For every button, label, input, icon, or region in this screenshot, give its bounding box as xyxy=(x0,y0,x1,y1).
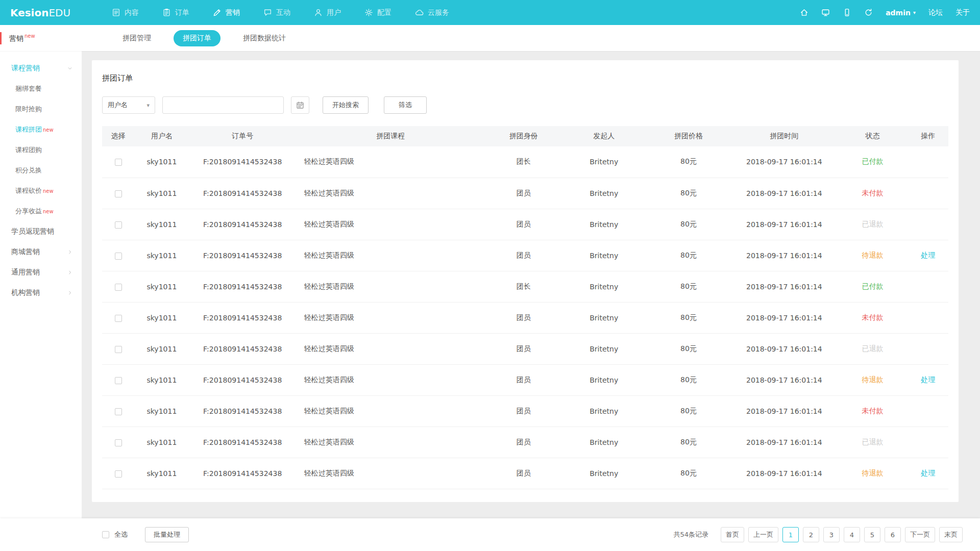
topnav-item[interactable]: 云服务 xyxy=(403,0,461,25)
admin-label: admin xyxy=(886,9,911,17)
row-checkbox[interactable] xyxy=(115,377,122,384)
sidebar-item[interactable]: 限时抢购 xyxy=(0,99,82,119)
row-checkbox[interactable] xyxy=(115,408,122,415)
caret-down-icon: ▾ xyxy=(146,102,150,109)
sidebar-item[interactable]: 课程团购 xyxy=(0,140,82,160)
row-action-link[interactable]: 处理 xyxy=(921,251,935,259)
page-button[interactable]: 3 xyxy=(823,527,840,542)
sidebar-item[interactable]: 课程拼团new xyxy=(0,119,82,140)
row-checkbox[interactable] xyxy=(115,253,122,260)
subheader-tab[interactable]: 拼团管理 xyxy=(113,30,160,46)
cell-order-no: F:2018091414532438 xyxy=(189,240,296,271)
batch-process-button[interactable]: 批量处理 xyxy=(145,527,189,542)
cell-role: 团长 xyxy=(485,146,561,178)
refresh-icon[interactable] xyxy=(864,8,873,17)
column-header: 状态 xyxy=(838,126,908,146)
page-button[interactable]: 上一页 xyxy=(748,527,778,542)
page-button[interactable]: 末页 xyxy=(939,527,963,542)
page-button[interactable]: 6 xyxy=(885,527,901,542)
admin-menu[interactable]: admin ▾ xyxy=(886,9,916,17)
topnav-item[interactable]: 互动 xyxy=(252,0,302,25)
cell-course: 轻松过英语四级 xyxy=(296,395,485,427)
cell-time: 2018-09-17 16:01:14 xyxy=(731,364,838,395)
row-checkbox[interactable] xyxy=(115,346,122,353)
row-checkbox[interactable] xyxy=(115,159,122,166)
row-checkbox[interactable] xyxy=(115,439,122,446)
sidebar-item[interactable]: 捆绑套餐 xyxy=(0,79,82,99)
topnav-item[interactable]: 订单 xyxy=(151,0,201,25)
page-button[interactable]: 首页 xyxy=(721,527,744,542)
page-button[interactable]: 4 xyxy=(844,527,860,542)
about-link[interactable]: 关于 xyxy=(955,8,970,17)
topnav-item[interactable]: 内容 xyxy=(100,0,151,25)
cell-order-no: F:2018091414532438 xyxy=(189,146,296,178)
subheader-tabs: 拼团管理拼团订单拼团数据统计 xyxy=(113,30,295,46)
mobile-icon[interactable] xyxy=(843,8,851,17)
subheader-tab[interactable]: 拼团数据统计 xyxy=(234,30,295,46)
status-badge: 已付款 xyxy=(862,157,884,165)
topnav-item[interactable]: 营销 xyxy=(201,0,252,25)
cell-time: 2018-09-17 16:01:14 xyxy=(731,240,838,271)
new-badge: new xyxy=(43,188,54,194)
cell-price: 80元 xyxy=(646,427,731,458)
sidebar-group-header[interactable]: 商城营销 xyxy=(0,242,82,262)
topnav-item[interactable]: 配置 xyxy=(353,0,403,25)
sidebar-item[interactable]: 积分兑换 xyxy=(0,160,82,181)
field-select[interactable]: 用户名 ▾ xyxy=(102,96,155,114)
topnav-item[interactable]: 用户 xyxy=(302,0,353,25)
select-all-checkbox[interactable] xyxy=(102,531,109,538)
content-icon xyxy=(112,8,120,17)
sidebar-group-header[interactable]: 学员返现营销 xyxy=(0,221,82,242)
monitor-icon[interactable] xyxy=(821,8,830,17)
sidebar: 课程营销捆绑套餐限时抢购课程拼团new课程团购积分兑换课程砍价new分享收益ne… xyxy=(0,51,82,518)
page-button[interactable]: 下一页 xyxy=(905,527,935,542)
page-button[interactable]: 5 xyxy=(864,527,880,542)
brand-logo[interactable]: KesionEDU xyxy=(10,7,87,19)
table-header-row: 选择用户名订单号拼团课程拼团身份发起人拼团价格拼团时间状态操作 xyxy=(102,126,948,146)
cell-role: 团员 xyxy=(485,395,561,427)
row-checkbox[interactable] xyxy=(115,284,122,291)
sidebar-group-label: 商城营销 xyxy=(11,247,40,257)
cell-role: 团员 xyxy=(485,302,561,333)
column-header: 操作 xyxy=(908,126,948,146)
page-button[interactable]: 1 xyxy=(782,527,799,542)
new-badge: new xyxy=(43,127,54,133)
row-checkbox[interactable] xyxy=(115,470,122,478)
home-icon[interactable] xyxy=(800,8,808,17)
cell-username: sky1011 xyxy=(134,271,189,302)
search-button[interactable]: 开始搜索 xyxy=(323,96,369,114)
table-row: sky1011F:2018091414532438轻松过英语四级团员Britet… xyxy=(102,458,948,489)
row-action-link[interactable]: 处理 xyxy=(921,469,935,477)
new-badge: new xyxy=(43,209,54,214)
sidebar-group-header[interactable]: 课程营销 xyxy=(0,58,82,79)
cell-time: 2018-09-17 16:01:14 xyxy=(731,271,838,302)
cell-initiator: Britetny xyxy=(561,395,646,427)
status-badge: 已退款 xyxy=(862,344,884,353)
cell-order-no: F:2018091414532438 xyxy=(189,364,296,395)
row-checkbox[interactable] xyxy=(115,315,122,322)
cell-course: 轻松过英语四级 xyxy=(296,271,485,302)
row-action-link[interactable]: 处理 xyxy=(921,375,935,384)
cell-order-no: F:2018091414532438 xyxy=(189,271,296,302)
sidebar-item[interactable]: 分享收益new xyxy=(0,201,82,221)
row-checkbox[interactable] xyxy=(115,190,122,197)
cell-course: 轻松过英语四级 xyxy=(296,178,485,209)
sidebar-group-header[interactable]: 机构营销 xyxy=(0,283,82,303)
cell-initiator: Britetny xyxy=(561,271,646,302)
forum-link[interactable]: 论坛 xyxy=(928,8,943,17)
subheader-tab[interactable]: 拼团订单 xyxy=(174,30,220,46)
cell-course: 轻松过英语四级 xyxy=(296,427,485,458)
cell-price: 80元 xyxy=(646,395,731,427)
sidebar-group-header[interactable]: 通用营销 xyxy=(0,262,82,283)
table-row: sky1011F:2018091414532438轻松过英语四级团员Britet… xyxy=(102,302,948,333)
filter-button[interactable]: 筛选 xyxy=(384,96,427,114)
brand-secondary: EDU xyxy=(48,7,70,19)
calendar-icon xyxy=(296,101,304,109)
keyword-input[interactable] xyxy=(162,96,284,114)
row-checkbox[interactable] xyxy=(115,221,122,229)
subheader: 营销new 拼团管理拼团订单拼团数据统计 xyxy=(0,25,980,51)
calendar-button[interactable] xyxy=(291,96,309,114)
page-button[interactable]: 2 xyxy=(803,527,819,542)
column-header: 拼团课程 xyxy=(296,126,485,146)
sidebar-item[interactable]: 课程砍价new xyxy=(0,181,82,201)
